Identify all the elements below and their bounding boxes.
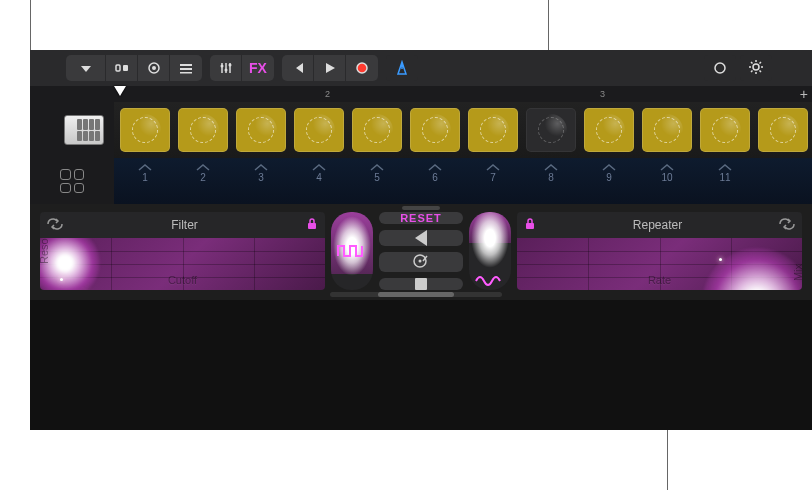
live-loop-cell[interactable] [758, 108, 808, 152]
fx-center-controls: RESET [331, 212, 511, 290]
browser-button[interactable] [138, 55, 170, 81]
trigger-number: 3 [258, 172, 264, 183]
metronome-button[interactable] [386, 55, 418, 81]
svg-point-8 [224, 69, 227, 72]
trigger-number: 1 [142, 172, 148, 183]
stop-icon [415, 278, 427, 290]
loop-progress-icon [364, 117, 390, 143]
fx-button[interactable]: FX [242, 55, 274, 81]
svg-point-7 [220, 65, 223, 68]
gater-slider[interactable] [331, 212, 373, 290]
reverse-button[interactable] [379, 230, 463, 246]
filter-y-axis-label: Resonance [40, 238, 50, 264]
live-loop-cell[interactable] [178, 108, 228, 152]
section-trigger[interactable]: 1 [120, 162, 170, 204]
svg-rect-4 [180, 64, 192, 66]
repeater-y-axis-label: Mix [792, 264, 802, 281]
record-button[interactable] [346, 55, 378, 81]
repeater-x-axis-label: Rate [648, 274, 671, 286]
stop-button[interactable] [379, 278, 463, 290]
filter-xy-pad[interactable]: Cutoff Resonance [40, 238, 325, 290]
loop-progress-icon [306, 117, 332, 143]
section-trigger[interactable]: 2 [178, 162, 228, 204]
svg-point-15 [419, 260, 422, 263]
loop-progress-icon [132, 117, 158, 143]
fx-scrollbar[interactable] [330, 292, 502, 297]
live-loop-cell[interactable] [294, 108, 344, 152]
section-trigger[interactable]: 5 [352, 162, 402, 204]
settings-button[interactable] [740, 55, 772, 81]
grid-icon [60, 169, 84, 193]
trigger-number: 6 [432, 172, 438, 183]
panel-grab-handle[interactable] [402, 206, 440, 210]
mixer-button[interactable] [210, 55, 242, 81]
section-trigger[interactable]: 9 [584, 162, 634, 204]
play-button[interactable] [314, 55, 346, 81]
repeater-pad-section: Repeater Rate Mix [517, 212, 802, 290]
reverse-icon [415, 230, 427, 246]
live-loop-cell[interactable] [120, 108, 170, 152]
toolbar-group-mixer: FX [210, 55, 274, 81]
trigger-number: 4 [316, 172, 322, 183]
transport-group [282, 55, 378, 81]
cycle-right-icon[interactable] [778, 217, 796, 234]
svg-rect-16 [526, 223, 534, 229]
loop-progress-icon [596, 117, 622, 143]
square-wave-icon [337, 242, 367, 260]
lock-icon[interactable] [305, 217, 319, 234]
chevron-up-icon [601, 162, 617, 172]
filter-header: Filter [40, 212, 325, 238]
live-loop-cell[interactable] [700, 108, 750, 152]
app-window: FX 2 3 + [30, 50, 812, 430]
live-loop-cell[interactable] [526, 108, 576, 152]
ruler-mark: 2 [325, 89, 330, 99]
repeater-title: Repeater [537, 218, 778, 232]
fx-panel: Filter Cutoff Resonance [30, 204, 812, 300]
callout-line [667, 430, 668, 490]
list-view-button[interactable] [170, 55, 202, 81]
loop-button[interactable] [704, 55, 736, 81]
live-loop-cell[interactable] [468, 108, 518, 152]
chevron-up-icon [253, 162, 269, 172]
apps-button[interactable] [30, 158, 114, 204]
section-trigger[interactable]: 3 [236, 162, 286, 204]
add-section-button[interactable]: + [800, 86, 808, 102]
live-loop-cell[interactable] [236, 108, 286, 152]
svg-rect-6 [180, 72, 192, 74]
live-loop-cell[interactable] [410, 108, 460, 152]
lock-icon[interactable] [523, 217, 537, 234]
loop-progress-icon [538, 117, 564, 143]
repeater-xy-pad[interactable]: Rate Mix [517, 238, 802, 290]
section-trigger[interactable]: 8 [526, 162, 576, 204]
scratch-button[interactable] [379, 252, 463, 272]
loop-progress-icon [190, 117, 216, 143]
loop-progress-icon [480, 117, 506, 143]
live-loop-cell[interactable] [352, 108, 402, 152]
timeline-ruler[interactable]: 2 3 + [30, 86, 812, 102]
cell-edit-button[interactable] [106, 55, 138, 81]
reset-button[interactable]: RESET [379, 212, 463, 224]
trigger-row: 1234567891011 [30, 158, 812, 204]
rewind-button[interactable] [282, 55, 314, 81]
menu-dropdown-button[interactable] [66, 55, 106, 81]
svg-point-3 [152, 66, 156, 70]
section-trigger[interactable]: 11 [700, 162, 750, 204]
cycle-left-icon[interactable] [46, 217, 64, 234]
section-trigger[interactable]: 6 [410, 162, 460, 204]
sine-wave-icon [475, 272, 505, 290]
section-trigger[interactable]: 4 [294, 162, 344, 204]
svg-point-12 [753, 64, 759, 70]
live-loop-cell[interactable] [642, 108, 692, 152]
section-trigger[interactable]: 7 [468, 162, 518, 204]
live-loop-cell[interactable] [584, 108, 634, 152]
chevron-up-icon [195, 162, 211, 172]
wobble-slider[interactable] [469, 212, 511, 290]
chevron-up-icon [311, 162, 327, 172]
playhead-icon[interactable] [114, 86, 126, 96]
section-trigger[interactable]: 10 [642, 162, 692, 204]
chevron-up-icon [427, 162, 443, 172]
track-header[interactable] [30, 102, 114, 158]
loop-progress-icon [248, 117, 274, 143]
trigger-number: 8 [548, 172, 554, 183]
fx-button-stack: RESET [379, 212, 463, 290]
